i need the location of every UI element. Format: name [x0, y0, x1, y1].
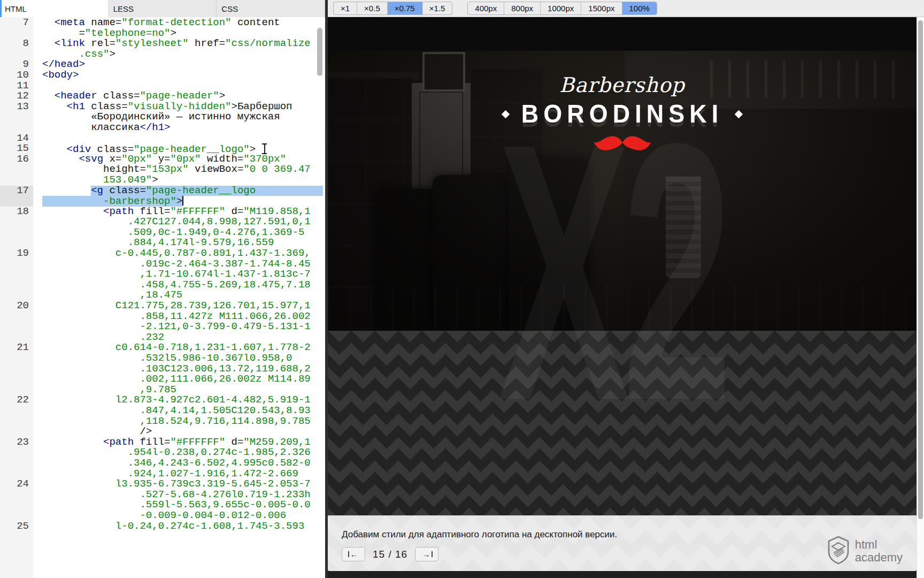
- code-row: 25 l-0.24,0.274c-1.608,1.745-3.593: [0, 521, 325, 532]
- htmlacademy-brand: html academy: [827, 515, 903, 571]
- width-1000px-button[interactable]: 1000px: [541, 2, 581, 14]
- preview-toolbar: ×1×0.5×0.75×1.5 400px800px1000px1500px10…: [328, 0, 924, 17]
- line-number: [0, 500, 29, 511]
- line-number: [0, 490, 29, 500]
- left-arrow-icon: ←: [349, 550, 359, 558]
- task-description: Добавим стили для адаптивного логотипа н…: [342, 529, 617, 540]
- line-number: [0, 259, 29, 270]
- editor-tabbar: HTMLLESSCSS: [0, 0, 325, 17]
- code-row: 10<body>: [0, 70, 325, 81]
- line-number: [0, 196, 33, 207]
- preview-scrollbar-track[interactable]: [917, 17, 924, 578]
- diamond-icon: [501, 110, 510, 118]
- line-number: 24: [0, 479, 29, 490]
- logo-name-row: BORODINSKI: [328, 100, 917, 128]
- previous-step-button[interactable]: ←: [342, 547, 365, 561]
- right-arrow-icon: →: [421, 550, 432, 558]
- preview-top-band: [328, 17, 924, 51]
- line-number: [0, 374, 29, 385]
- line-number: 18: [0, 207, 29, 217]
- line-number: 16: [0, 154, 29, 165]
- line-number: [0, 217, 29, 227]
- task-description-block: Добавим стили для адаптивного логотипа н…: [342, 515, 617, 571]
- editor-scrollbar-thumb[interactable]: [317, 28, 322, 76]
- code-row: 8 <link rel="stylesheet" href="css/norma…: [0, 39, 325, 49]
- htmlacademy-trainer-window: HTMLLESSCSS 7 <meta name="format-detecti…: [0, 0, 924, 578]
- line-number: 13: [0, 102, 29, 112]
- tab-less[interactable]: LESS: [109, 0, 217, 17]
- line-number: [0, 322, 29, 332]
- line-number: [0, 123, 29, 133]
- line-number: [0, 353, 29, 364]
- line-number: 19: [0, 248, 29, 259]
- zoom-1-button[interactable]: ×1: [334, 2, 357, 14]
- line-number: [0, 311, 29, 322]
- line-number: 23: [0, 437, 29, 448]
- line-number: 25: [0, 521, 29, 532]
- brand-line-1: html: [855, 538, 903, 551]
- width-800px-button[interactable]: 800px: [504, 2, 541, 14]
- line-number: 7: [0, 18, 29, 28]
- zoom-075-button[interactable]: ×0.75: [388, 2, 422, 14]
- line-number: [0, 406, 29, 416]
- line-number: [0, 416, 29, 427]
- line-number: [0, 164, 29, 175]
- task-bar: Добавим стили для адаптивного логотипа н…: [328, 515, 917, 571]
- line-number: 10: [0, 70, 29, 81]
- line-number: [0, 269, 29, 280]
- line-number: [0, 227, 29, 238]
- code-row: 17 <g class="page-header__logo: [0, 186, 325, 196]
- code-editor[interactable]: 7 <meta name="format-detection" content …: [0, 17, 325, 578]
- arrow-bar: [432, 551, 433, 557]
- line-number: 8: [0, 39, 29, 49]
- preview-pane: ×1×0.5×0.75×1.5 400px800px1000px1500px10…: [328, 0, 924, 578]
- text-caret: [182, 196, 183, 206]
- htmlacademy-shield-icon: [827, 536, 850, 567]
- logo-script-text: Barbershop: [328, 73, 917, 97]
- line-number: [0, 511, 29, 521]
- editor-pane: HTMLLESSCSS 7 <meta name="format-detecti…: [0, 0, 325, 578]
- bottom-dark-strip: [328, 571, 917, 578]
- width-100-button[interactable]: 100%: [622, 2, 657, 14]
- zoom-15-button[interactable]: ×1.5: [422, 2, 452, 14]
- mustache-icon: [328, 134, 917, 157]
- zoom-05-button[interactable]: ×0.5: [357, 2, 388, 14]
- brand-line-2: academy: [855, 551, 903, 564]
- width-400px-button[interactable]: 400px: [468, 2, 504, 14]
- code-row: 14: [0, 133, 325, 144]
- logo-name-text: BORODINSKI: [521, 99, 723, 129]
- next-step-button[interactable]: →: [415, 547, 438, 561]
- step-counter: 15 / 16: [373, 549, 407, 560]
- line-number: [0, 175, 29, 186]
- barbershop-logo: Barbershop BORODINSKI: [328, 73, 917, 157]
- line-number: 15: [0, 143, 29, 154]
- line-number: 17: [0, 186, 33, 196]
- code-row: height="153px" viewBox="0 0 369.47: [0, 164, 325, 175]
- preview-viewport: X2 Barbershop BORODINSKI Добавим с: [328, 17, 924, 578]
- zoom-button-group: ×1×0.5×0.75×1.5: [333, 2, 452, 15]
- line-number: [0, 112, 29, 123]
- step-pager: ← 15 / 16 →: [342, 547, 617, 561]
- code-lines: 7 <meta name="format-detection" content …: [0, 18, 325, 531]
- line-number: 12: [0, 91, 29, 102]
- width-1500px-button[interactable]: 1500px: [581, 2, 622, 14]
- diamond-icon: [735, 110, 743, 118]
- line-number: [0, 364, 29, 375]
- tab-html[interactable]: HTML: [0, 0, 109, 17]
- line-number: [0, 280, 29, 291]
- line-number: [0, 458, 29, 469]
- width-button-group: 400px800px1000px1500px100%: [467, 2, 657, 15]
- line-number: 22: [0, 395, 29, 406]
- preview-scrollbar-thumb[interactable]: [918, 20, 923, 519]
- line-number: [0, 447, 29, 458]
- line-number: 20: [0, 301, 29, 311]
- htmlacademy-wordmark: html academy: [855, 538, 903, 564]
- line-number: [0, 427, 29, 437]
- tab-css[interactable]: CSS: [217, 0, 325, 17]
- code-row: классика</h1>: [0, 123, 325, 133]
- line-number: 21: [0, 343, 29, 353]
